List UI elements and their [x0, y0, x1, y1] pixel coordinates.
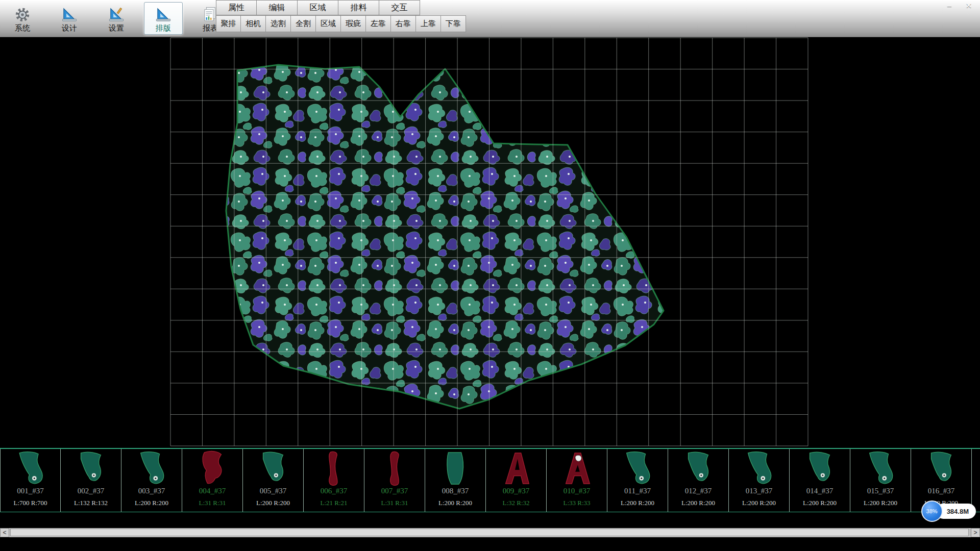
tool-button-7[interactable]: 左靠 [366, 15, 391, 32]
tool-bar: 聚排相机选割全割区域瑕疵左靠右靠上靠下靠 [216, 15, 466, 32]
menu-item-3[interactable]: 区域 [298, 0, 338, 15]
scroll-track[interactable] [9, 528, 971, 537]
leather-hide[interactable] [226, 65, 664, 409]
piece-thumbnail-4[interactable]: 004_#37 L:31 R:31 [182, 449, 243, 512]
piece-shape [729, 450, 789, 487]
menu-item-4[interactable]: 排料 [338, 0, 379, 15]
piece-id: 011_#37 [624, 487, 651, 495]
scroll-thumb[interactable] [10, 529, 969, 536]
memory-text: 384.8M [947, 508, 969, 515]
piece-shape [790, 450, 850, 487]
piece-thumbnail-2[interactable]: 002_#37 L:132 R:132 [61, 449, 121, 512]
piece-shape [850, 450, 911, 487]
app-window: 系统 设计 设置 排版 报表 属性编辑区域排料交互 聚排相机选割全割区域瑕疵左靠… [0, 0, 980, 551]
piece-thumbnail-8[interactable]: 008_#37 L:200 R:200 [425, 449, 486, 512]
module-label: 排版 [156, 24, 171, 32]
piece-counts: L:200 R:200 [864, 499, 897, 507]
material-view [0, 37, 980, 448]
piece-shape [668, 450, 728, 487]
window-controls: – ✕ [944, 1, 974, 10]
piece-thumbnail-15[interactable]: 015_#37 L:200 R:200 [850, 449, 911, 512]
piece-thumbnail-6[interactable]: 006_#37 L:21 R:21 [304, 449, 364, 512]
module-button-2[interactable]: 设计 [50, 2, 89, 35]
piece-shape [547, 450, 607, 487]
design-icon [61, 6, 78, 23]
piece-thumbnail-13[interactable]: 013_#37 L:200 R:200 [729, 449, 790, 512]
menu-item-1[interactable]: 属性 [216, 0, 257, 15]
piece-counts: L:200 R:200 [803, 499, 837, 507]
piece-shape [1, 450, 60, 487]
nesting-canvas[interactable] [0, 37, 980, 448]
menu-item-5[interactable]: 交互 [379, 0, 420, 15]
piece-shape [911, 450, 971, 487]
piece-counts: L:200 R:200 [742, 499, 776, 507]
menu-bar: 属性编辑区域排料交互 [216, 0, 466, 15]
piece-counts: L:31 R:31 [199, 499, 226, 507]
module-label: 设计 [62, 24, 77, 32]
piece-shape [425, 450, 485, 487]
piece-counts: L:200 R:200 [681, 499, 715, 507]
piece-counts: L:200 R:200 [256, 499, 290, 507]
piece-id: 009_#37 [503, 487, 530, 495]
tool-button-2[interactable]: 相机 [241, 15, 266, 32]
piece-counts: L:700 R:700 [13, 499, 47, 507]
scroll-right-button[interactable]: > [971, 528, 980, 537]
piece-counts: L:200 R:200 [438, 499, 472, 507]
piece-shape [486, 450, 546, 487]
menu-item-2[interactable]: 编辑 [257, 0, 298, 15]
piece-thumbnail-9[interactable]: 009_#37 L:32 R:32 [486, 449, 547, 512]
piece-thumbnail-5[interactable]: 005_#37 L:200 R:200 [243, 449, 304, 512]
module-button-4[interactable]: 排版 [144, 2, 183, 35]
piece-thumbnail-10[interactable]: 010_#37 L:33 R:33 [547, 449, 607, 512]
tool-button-6[interactable]: 瑕疵 [341, 15, 366, 32]
module-button-3[interactable]: 设置 [97, 2, 136, 35]
piece-id: 003_#37 [138, 487, 165, 495]
piece-thumbnail-7[interactable]: 007_#37 L:31 R:31 [364, 449, 425, 512]
module-label: 系统 [15, 24, 30, 32]
piece-shape [243, 450, 303, 487]
piece-counts: L:32 R:32 [502, 499, 529, 507]
tool-button-4[interactable]: 全割 [291, 15, 316, 32]
nesting-icon [155, 6, 172, 23]
setup-icon [108, 6, 125, 23]
piece-counts: L:31 R:31 [381, 499, 408, 507]
minimize-button[interactable]: – [944, 1, 954, 10]
horizontal-scrollbar[interactable]: < > [0, 528, 980, 537]
progress-text: 38% [926, 508, 938, 514]
piece-id: 016_#37 [928, 487, 955, 495]
piece-shape [121, 450, 182, 487]
tool-button-8[interactable]: 右靠 [391, 15, 416, 32]
piece-id: 001_#37 [17, 487, 44, 495]
close-button[interactable]: ✕ [964, 1, 974, 10]
piece-thumbnail-11[interactable]: 011_#37 L:200 R:200 [607, 449, 668, 512]
scroll-left-button[interactable]: < [0, 528, 9, 537]
piece-id: 008_#37 [442, 487, 469, 495]
piece-thumbnail-12[interactable]: 012_#37 L:200 R:200 [668, 449, 729, 512]
menu-stack: 属性编辑区域排料交互 聚排相机选割全割区域瑕疵左靠右靠上靠下靠 [216, 0, 466, 32]
module-button-1[interactable]: 系统 [3, 2, 42, 35]
piece-thumbnail-14[interactable]: 014_#37 L:200 R:200 [790, 449, 850, 512]
progress-percent: 38% [921, 500, 943, 522]
module-label: 设置 [109, 24, 124, 32]
piece-id: 004_#37 [199, 487, 226, 495]
gear-icon [14, 6, 31, 23]
piece-counts: L:132 R:132 [74, 499, 108, 507]
progress-badge: 38% 384.8M [921, 500, 976, 522]
piece-id: 007_#37 [381, 487, 408, 495]
piece-counts: L:200 R:200 [135, 499, 168, 507]
piece-id: 015_#37 [867, 487, 894, 495]
tool-button-10[interactable]: 下靠 [441, 15, 466, 32]
piece-id: 005_#37 [260, 487, 287, 495]
tool-button-3[interactable]: 选割 [266, 15, 291, 32]
piece-shape [182, 450, 242, 487]
piece-shape [364, 450, 425, 487]
piece-shape [304, 450, 364, 487]
tool-button-5[interactable]: 区域 [316, 15, 341, 32]
piece-id: 013_#37 [746, 487, 773, 495]
piece-counts: L:200 R:200 [621, 499, 654, 507]
piece-thumbnail-1[interactable]: 001_#37 L:700 R:700 [0, 449, 61, 512]
tool-button-9[interactable]: 上靠 [416, 15, 441, 32]
piece-id: 012_#37 [685, 487, 712, 495]
tool-button-1[interactable]: 聚排 [216, 15, 241, 32]
piece-thumbnail-3[interactable]: 003_#37 L:200 R:200 [121, 449, 182, 512]
